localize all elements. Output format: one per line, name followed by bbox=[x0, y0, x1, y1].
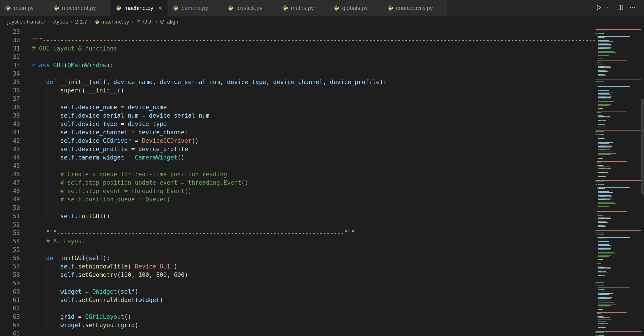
indent-guide bbox=[46, 178, 46, 187]
indent-guide bbox=[46, 103, 46, 112]
indent-guide bbox=[46, 170, 46, 178]
python-file-icon bbox=[53, 5, 59, 11]
tab-globals.py[interactable]: globals.py× bbox=[328, 0, 382, 16]
line-text: widget.setLayout(grid) bbox=[32, 321, 138, 330]
indent-guide bbox=[46, 145, 46, 154]
indent-guide bbox=[32, 136, 32, 145]
indent-guide bbox=[32, 212, 32, 220]
code-line[interactable]: 65 bbox=[0, 330, 596, 336]
code-line[interactable]: 57 self.setWindowTitle('Device GUI') bbox=[0, 262, 596, 271]
code-line[interactable]: 62 bbox=[0, 304, 596, 313]
line-number: 34 bbox=[0, 70, 20, 78]
indent-guide bbox=[32, 195, 32, 204]
tab-joystick.py[interactable]: joystick.py× bbox=[222, 0, 277, 16]
code-line[interactable]: 32 bbox=[0, 53, 596, 61]
tab-main.py[interactable]: main.py× bbox=[0, 0, 48, 16]
breadcrumb-item-align[interactable]: align bbox=[160, 18, 178, 25]
code-line[interactable]: 46 # Create a queue for real-time positi… bbox=[0, 170, 596, 178]
tab-maths.py[interactable]: maths.py× bbox=[277, 0, 328, 16]
code-line[interactable]: 41 self.device_channel = device_channel bbox=[0, 128, 596, 136]
code-line[interactable]: 30"""-----------------------------------… bbox=[0, 36, 596, 44]
line-text: self.initGUI() bbox=[32, 212, 110, 220]
code-line[interactable]: 29 bbox=[0, 28, 596, 36]
line-number: 44 bbox=[0, 154, 20, 162]
tab-camera.py[interactable]: camera.py× bbox=[168, 0, 222, 16]
python-file-icon bbox=[5, 5, 11, 11]
line-text: class GUI(QMainWindow): bbox=[32, 61, 114, 70]
code-line[interactable]: 63 grid = QGridLayout() bbox=[0, 313, 596, 321]
indent-guide bbox=[46, 162, 46, 170]
code-line[interactable]: 35 def __init__(self, device_name, devic… bbox=[0, 78, 596, 86]
code-line[interactable]: 37 bbox=[0, 95, 596, 103]
code-line[interactable]: 38 self.device_name = device_name bbox=[0, 103, 596, 112]
split-editor-button[interactable] bbox=[616, 3, 626, 13]
tab-connectivity.py[interactable]: connectivity.py× bbox=[382, 0, 447, 16]
python-file-icon bbox=[116, 5, 122, 11]
indent-guide bbox=[46, 128, 46, 136]
breadcrumb-item-ctypes[interactable]: ctypes bbox=[52, 18, 68, 25]
code-line[interactable]: 59 bbox=[0, 279, 596, 288]
code-line[interactable]: 56 def initGUI(self): bbox=[0, 254, 596, 262]
breadcrumb-item-2.1.7[interactable]: 2.1.7 bbox=[75, 18, 87, 25]
line-number: 65 bbox=[0, 330, 20, 336]
code-line[interactable]: 55 bbox=[0, 246, 596, 254]
indent-guide bbox=[46, 271, 46, 279]
code-line[interactable]: 53 """----------------------------------… bbox=[0, 229, 596, 237]
code-line[interactable]: 64 widget.setLayout(grid) bbox=[0, 321, 596, 330]
run-dropdown-button[interactable] bbox=[604, 3, 610, 13]
line-text: def initGUI(self): bbox=[32, 254, 110, 262]
editor-actions bbox=[587, 0, 644, 16]
indent-guide bbox=[32, 254, 32, 262]
code-line[interactable]: 54 # A. Layout bbox=[0, 237, 596, 246]
code-line[interactable]: 31# GUI layout & functions bbox=[0, 44, 596, 53]
code-area: 2930"""---------------------------------… bbox=[0, 28, 596, 336]
run-button[interactable] bbox=[594, 3, 604, 13]
more-actions-button[interactable] bbox=[628, 3, 638, 13]
code-line[interactable]: 36 super().__init__() bbox=[0, 86, 596, 95]
indent-guide bbox=[32, 178, 32, 187]
code-line[interactable]: 45 bbox=[0, 162, 596, 170]
code-line[interactable]: 50 bbox=[0, 204, 596, 212]
code-line[interactable]: 52 bbox=[0, 220, 596, 229]
tab-movement.py[interactable]: movement.py× bbox=[48, 0, 110, 16]
minimap-content bbox=[596, 28, 641, 336]
minimap[interactable] bbox=[596, 28, 641, 336]
scrollbar[interactable] bbox=[641, 28, 644, 336]
indent-guide bbox=[32, 103, 32, 112]
breadcrumb-item-GUI[interactable]: GUI bbox=[136, 18, 153, 25]
close-icon[interactable]: × bbox=[156, 4, 164, 12]
indent-guide bbox=[32, 229, 32, 237]
code-line[interactable]: 51 self.initGUI() bbox=[0, 212, 596, 220]
line-number: 60 bbox=[0, 288, 20, 296]
code-line[interactable]: 43 self.device_profile = device_profile bbox=[0, 145, 596, 154]
line-number: 57 bbox=[0, 262, 20, 271]
code-line[interactable]: 34 bbox=[0, 70, 596, 78]
python-file-icon bbox=[228, 5, 234, 11]
line-text: self.device_profile = device_profile bbox=[32, 145, 188, 154]
code-line[interactable]: 61 self.setCentralWidget(widget) bbox=[0, 296, 596, 304]
line-number: 48 bbox=[0, 187, 20, 195]
indent-guide bbox=[32, 304, 32, 313]
code-line[interactable]: 39 self.device_serial_num = device_seria… bbox=[0, 112, 596, 120]
indent-guide bbox=[32, 70, 32, 78]
code-line[interactable]: 33class GUI(QMainWindow): bbox=[0, 61, 596, 70]
chevron-right-icon: › bbox=[131, 18, 134, 26]
code-line[interactable]: 48 # self.stop_event = threading.Event() bbox=[0, 187, 596, 195]
line-number: 53 bbox=[0, 229, 20, 237]
tab-label: machine.py bbox=[124, 5, 154, 11]
code-line[interactable]: 49 # self.position_queue = Queue() bbox=[0, 195, 596, 204]
code-line[interactable]: 40 self.device_type = device_type bbox=[0, 120, 596, 128]
breadcrumb-item-joystick-transfer[interactable]: joystick-transfer bbox=[7, 18, 45, 25]
code-line[interactable]: 42 self.device_CCdriver = DeviceCCDriver… bbox=[0, 136, 596, 145]
indent-guide bbox=[32, 237, 32, 246]
code-line[interactable]: 44 self.camera_widget = CameraWidget() bbox=[0, 154, 596, 162]
code-line[interactable]: 47 # self.stop_position_update_event = t… bbox=[0, 178, 596, 187]
breadcrumb-item-machine.py[interactable]: machine.py bbox=[94, 18, 129, 25]
tab-bar: main.py×movement.py×machine.py×camera.py… bbox=[0, 0, 644, 16]
code-line[interactable]: 58 self.setGeometry(100, 100, 800, 600) bbox=[0, 271, 596, 279]
line-number: 58 bbox=[0, 271, 20, 279]
scrollbar-thumb[interactable] bbox=[641, 98, 644, 194]
code-line[interactable]: 60 widget = QWidget(self) bbox=[0, 288, 596, 296]
tab-machine.py[interactable]: machine.py× bbox=[110, 0, 168, 16]
chevron-right-icon: › bbox=[154, 18, 158, 26]
